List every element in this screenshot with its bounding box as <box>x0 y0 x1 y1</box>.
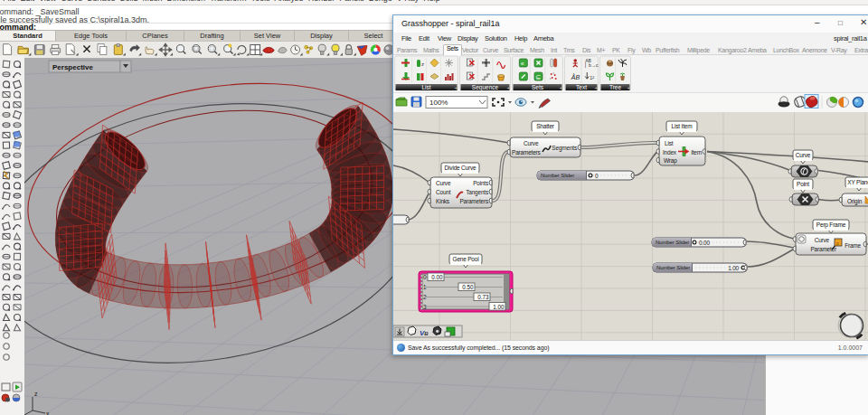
svg-text:List Item: List Item <box>672 123 693 129</box>
svg-text:Item: Item <box>691 149 702 156</box>
svg-text:2: 2 <box>423 294 427 300</box>
svg-text:Shatter: Shatter <box>536 123 555 129</box>
svg-text:List: List <box>421 84 430 90</box>
svg-text:Sets: Sets <box>532 84 544 90</box>
svg-text:z: z <box>34 391 38 397</box>
svg-text:Divide Curve: Divide Curve <box>445 165 476 171</box>
svg-text:x: x <box>46 410 50 415</box>
svg-text:0.00: 0.00 <box>431 274 443 280</box>
svg-text:Text: Text <box>576 84 587 90</box>
svg-text:Number Slider: Number Slider <box>656 265 690 270</box>
svg-text:1²: 1² <box>590 75 594 80</box>
svg-text:«: « <box>521 61 524 67</box>
svg-text:VB: VB <box>420 329 429 337</box>
svg-text:List: List <box>665 140 674 146</box>
svg-text:Gene Pool: Gene Pool <box>453 256 480 262</box>
svg-text:0.73: 0.73 <box>477 294 489 300</box>
svg-text:Origin: Origin <box>847 198 863 205</box>
svg-text:Frame: Frame <box>844 242 861 249</box>
svg-text:+: + <box>455 85 458 90</box>
svg-text:+: + <box>627 85 631 90</box>
svg-text:0: 0 <box>595 173 599 179</box>
svg-text:1.00: 1.00 <box>493 304 505 310</box>
svg-text:Perspective: Perspective <box>52 63 93 71</box>
svg-text:+: + <box>507 85 511 90</box>
svg-text:Kinks: Kinks <box>436 198 450 204</box>
svg-text:Count: Count <box>436 189 451 195</box>
svg-text:▏b→c: ▏b→c <box>585 62 599 69</box>
svg-text:Parameters: Parameters <box>459 198 489 204</box>
svg-text:3: 3 <box>423 304 427 310</box>
svg-text:Segments: Segments <box>552 145 578 152</box>
svg-text:Curve: Curve <box>796 152 811 158</box>
svg-text:Parameter: Parameter <box>810 246 837 252</box>
svg-text:p: p <box>836 241 839 246</box>
svg-text:Points: Points <box>473 180 489 186</box>
svg-text:0: 0 <box>423 274 427 280</box>
svg-text:Index: Index <box>663 149 677 156</box>
svg-text:+: + <box>595 85 599 90</box>
svg-text:Perp Frame: Perp Frame <box>816 222 846 229</box>
svg-text:0.50: 0.50 <box>462 284 474 290</box>
svg-text:0.00: 0.00 <box>699 240 710 246</box>
svg-text:Curve: Curve <box>436 180 451 186</box>
svg-text:1.00: 1.00 <box>728 265 739 271</box>
svg-text:100%: 100% <box>429 99 448 107</box>
svg-text:Point: Point <box>797 181 809 187</box>
svg-text:⊆: ⊆ <box>536 74 542 80</box>
svg-text:Number Slider: Number Slider <box>541 173 574 178</box>
svg-text:z: z <box>421 61 424 67</box>
svg-text:Curve: Curve <box>524 140 539 146</box>
svg-text:Parameters: Parameters <box>512 149 542 156</box>
svg-text:XY Plane: XY Plane <box>847 179 868 185</box>
svg-text:Wrap: Wrap <box>664 157 677 165</box>
svg-text:Tree: Tree <box>609 84 622 90</box>
svg-text:Number Slider: Number Slider <box>656 240 689 245</box>
svg-text:ÅB: ÅB <box>571 73 580 80</box>
svg-text:1: 1 <box>423 284 427 290</box>
svg-text:Tangents: Tangents <box>466 189 489 196</box>
svg-text:+: + <box>560 85 563 90</box>
svg-text:Curve: Curve <box>815 237 830 243</box>
svg-text:Sequence: Sequence <box>472 84 499 91</box>
